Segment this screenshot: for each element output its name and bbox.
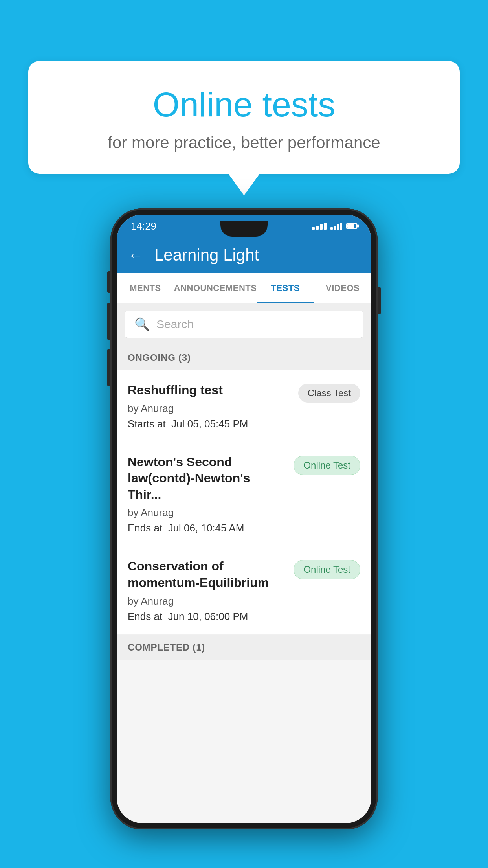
test-item[interactable]: Conservation of momentum-Equilibrium by … (117, 546, 371, 634)
status-time: 14:29 (131, 220, 156, 232)
test-author: by Anurag (128, 595, 286, 607)
test-badge-class: Class Test (298, 384, 360, 403)
test-badge-online: Online Test (294, 456, 360, 475)
completed-section-header: COMPLETED (1) (117, 635, 371, 660)
test-author: by Anurag (128, 507, 286, 519)
phone-mockup: 14:29 (110, 208, 378, 829)
app-bar: ← Learning Light (117, 237, 371, 273)
test-author: by Anurag (128, 403, 290, 415)
test-time: Ends at Jun 10, 06:00 PM (128, 611, 286, 623)
volume-down-button (107, 303, 110, 340)
test-info: Newton's Second law(contd)-Newton's Thir… (128, 454, 294, 535)
speech-bubble: Online tests for more practice, better p… (28, 61, 460, 174)
test-time: Ends at Jul 06, 10:45 AM (128, 522, 286, 534)
search-icon: 🔍 (134, 317, 150, 332)
phone-notch (220, 221, 268, 237)
phone-screen: 14:29 (117, 215, 371, 823)
back-button[interactable]: ← (128, 246, 143, 264)
test-item[interactable]: Newton's Second law(contd)-Newton's Thir… (117, 442, 371, 547)
tab-ments[interactable]: MENTS (117, 273, 174, 303)
test-info: Reshuffling test by Anurag Starts at Jul… (128, 382, 298, 430)
bubble-subtitle: for more practice, better performance (48, 133, 440, 152)
test-item[interactable]: Reshuffling test by Anurag Starts at Jul… (117, 370, 371, 442)
power-button (378, 287, 381, 314)
tab-videos[interactable]: VIDEOS (314, 273, 371, 303)
test-name: Reshuffling test (128, 382, 290, 399)
test-name: Conservation of momentum-Equilibrium (128, 558, 286, 591)
tests-list: Reshuffling test by Anurag Starts at Jul… (117, 370, 371, 635)
app-bar-title: Learning Light (154, 246, 259, 265)
test-badge-online: Online Test (294, 560, 360, 579)
tab-announcements[interactable]: ANNOUNCEMENTS (174, 273, 257, 303)
ongoing-section-header: ONGOING (3) (117, 345, 371, 370)
search-placeholder: Search (156, 318, 194, 331)
silent-button (107, 349, 110, 386)
volume-up-button (107, 271, 110, 293)
signal-icon (330, 223, 342, 230)
test-info: Conservation of momentum-Equilibrium by … (128, 558, 294, 622)
battery-icon (346, 223, 357, 229)
test-time: Starts at Jul 05, 05:45 PM (128, 418, 290, 430)
search-container: 🔍 Search (117, 303, 371, 345)
tabs-bar: MENTS ANNOUNCEMENTS TESTS VIDEOS (117, 273, 371, 303)
tab-tests[interactable]: TESTS (257, 273, 314, 303)
bubble-title: Online tests (48, 85, 440, 125)
status-icons (312, 223, 357, 230)
phone-frame: 14:29 (110, 208, 378, 829)
search-box[interactable]: 🔍 Search (125, 311, 363, 338)
wifi-icon (312, 223, 327, 230)
test-name: Newton's Second law(contd)-Newton's Thir… (128, 454, 286, 503)
